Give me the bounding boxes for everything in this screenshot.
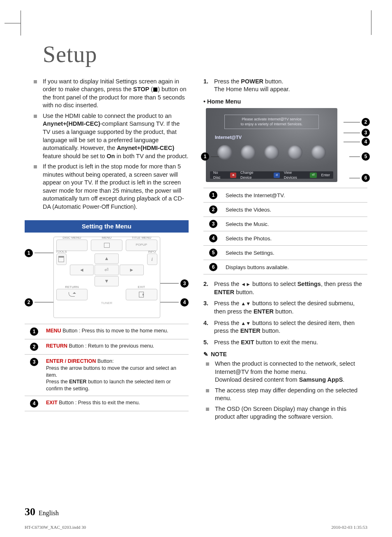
dpad-enter: ⏎: [95, 265, 119, 275]
hm-callout-5: 5: [362, 152, 370, 161]
dpad-left: ◄: [70, 265, 94, 275]
home-legend-table: 1Selects the Internet@TV. 2Selects the V…: [203, 188, 367, 274]
remote-tools: TOOLS: [56, 254, 67, 265]
hm-tab: Internet@TV: [215, 134, 242, 141]
hm-icon-2: [241, 145, 256, 160]
hm-icon-1: [217, 145, 232, 160]
hm-icon-3: [264, 145, 279, 160]
tip-stop: If you want to display Initial Settings …: [34, 78, 189, 110]
hm-callout-6: 6: [362, 174, 370, 182]
remote-legend-table: 1 MENU Button : Press this to move to th…: [25, 324, 189, 411]
section-bar-setting-menu: Setting the Menu: [25, 220, 189, 233]
note-heading: ✎ NOTE: [203, 350, 367, 358]
hm-bottom-bar: No Disc aChange Device dView Devices ⏎En…: [210, 171, 333, 179]
step-2: Press the ◄► buttons to select Settings,…: [203, 280, 367, 296]
hm-icon-5: [311, 145, 326, 160]
left-column: If you want to display Initial Settings …: [25, 78, 189, 424]
hm-banner: Please activate Internet@TV service to e…: [224, 115, 319, 129]
step-1: Press the POWER button. The Home Menu wi…: [203, 78, 367, 94]
page-footer: 30 English: [25, 506, 367, 518]
home-menu-heading: • Home Menu: [203, 98, 367, 106]
remote-diagram: 1 3 2 4: [25, 237, 189, 318]
remote-callout-3: 3: [180, 279, 189, 288]
page-number: 30: [25, 506, 35, 518]
remote-exit: EXIT: [126, 289, 157, 300]
crop-mark-left: [21, 10, 21, 36]
note-1: When the product is connected to the net…: [206, 360, 367, 384]
remote-return: RETURN: [56, 289, 88, 300]
step-4: Press the ▲▼ buttons to select the desir…: [203, 319, 367, 335]
imprint-file: HT-C6730W_XAC_0203.indd 30: [25, 525, 86, 530]
dpad-down: ▼: [95, 276, 119, 286]
note-2: The access step may differ depending on …: [206, 387, 367, 403]
hm-callout-4: 4: [362, 138, 370, 146]
crop-mark-right: [371, 10, 371, 35]
home-menu-diagram: Please activate Internet@TV service to e…: [203, 108, 367, 182]
hm-callout-1: 1: [201, 152, 209, 161]
remote-disc-menu: DISC MENU: [56, 240, 88, 251]
right-column: Press the POWER button. The Home Menu wi…: [203, 78, 367, 424]
remote-callout-1: 1: [25, 249, 33, 257]
stop-icon: [153, 88, 157, 92]
legend-badge-1: 1: [30, 327, 38, 336]
imprint-line: HT-C6730W_XAC_0203.indd 30 2010-02-03 1:…: [25, 525, 367, 530]
dpad-up: ▲: [95, 254, 119, 264]
remote-callout-2: 2: [25, 298, 33, 307]
legend-badge-4: 4: [30, 399, 38, 408]
step-3: Press the ▲▼ buttons to select the desir…: [203, 300, 367, 316]
page-language: English: [39, 509, 59, 517]
legend-badge-2: 2: [30, 343, 38, 351]
hm-callout-2: 2: [362, 118, 370, 126]
legend-badge-3: 3: [30, 358, 38, 366]
remote-tuner-label: TUNER: [101, 301, 113, 306]
page-title: Setup: [43, 39, 367, 70]
note-3: The OSD (On Screen Display) may change i…: [206, 405, 367, 421]
step-5: Press the EXIT button to exit the menu.: [203, 339, 367, 347]
imprint-timestamp: 2010-02-03 1:35:53: [331, 525, 367, 530]
remote-info: INFOi: [147, 254, 157, 265]
remote-menu: MENU: [91, 240, 122, 251]
tip-anynet: Use the HDMI cable to connect the produc…: [34, 112, 189, 160]
remote-callout-4: 4: [180, 298, 189, 307]
pencil-icon: ✎: [203, 350, 208, 358]
remote-title-menu: TITLE MENUPOPUP: [126, 240, 157, 251]
hm-icon-4: [288, 145, 302, 160]
hm-callout-3: 3: [362, 129, 370, 137]
dpad-right: ►: [120, 265, 144, 275]
tip-screensaver: If the product is left in the stop mode …: [34, 163, 189, 211]
